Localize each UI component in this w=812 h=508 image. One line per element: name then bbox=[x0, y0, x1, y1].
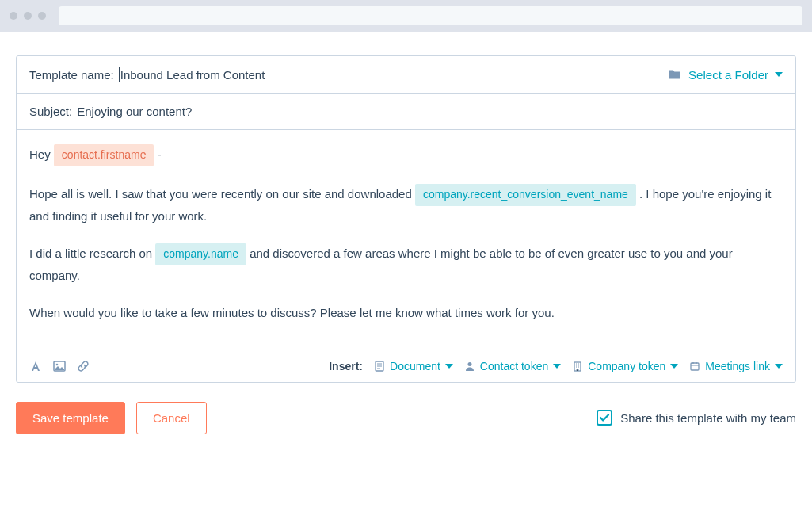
address-bar[interactable] bbox=[59, 6, 802, 25]
browser-chrome bbox=[0, 0, 812, 32]
text-fragment: - bbox=[158, 147, 162, 161]
window-dot-close bbox=[10, 12, 17, 20]
body-para-3: I did a little research on company.name … bbox=[29, 243, 783, 285]
insert-company-token-label: Company token bbox=[588, 360, 665, 372]
insert-contact-token-label: Contact token bbox=[480, 360, 548, 372]
subject-input[interactable] bbox=[77, 105, 783, 118]
token-contact-firstname[interactable]: contact.firstname bbox=[54, 144, 154, 166]
checkbox-checked-icon[interactable] bbox=[597, 410, 612, 426]
insert-company-token[interactable]: Company token bbox=[572, 360, 678, 372]
chevron-down-icon bbox=[553, 364, 561, 369]
chevron-down-icon bbox=[775, 72, 783, 77]
insert-document-label: Document bbox=[390, 360, 440, 372]
insert-meetings-link[interactable]: Meetings link bbox=[689, 360, 783, 372]
share-template-label: Share this template with my team bbox=[620, 411, 796, 425]
calendar-icon bbox=[689, 361, 700, 372]
person-icon bbox=[464, 361, 475, 372]
template-name-label: Template name: bbox=[29, 68, 114, 82]
window-dot-max bbox=[38, 12, 46, 20]
subject-row: Subject: bbox=[17, 94, 795, 130]
svg-point-3 bbox=[467, 362, 471, 366]
folder-selector[interactable]: Select a Folder bbox=[668, 68, 783, 82]
image-icon[interactable] bbox=[53, 360, 66, 372]
save-template-button[interactable]: Save template bbox=[16, 402, 125, 434]
body-para-4: When would you like to take a few minute… bbox=[29, 303, 783, 323]
cancel-button[interactable]: Cancel bbox=[136, 402, 207, 434]
window-dot-min bbox=[24, 12, 32, 20]
text-fragment: Hey bbox=[29, 147, 54, 161]
insert-contact-token[interactable]: Contact token bbox=[464, 360, 561, 372]
body-para-2: Hope all is well. I saw that you were re… bbox=[29, 184, 783, 226]
insert-document[interactable]: Document bbox=[374, 360, 453, 372]
folder-icon bbox=[668, 69, 682, 80]
svg-point-1 bbox=[56, 364, 59, 366]
email-body-editor[interactable]: Hey contact.firstname - Hope all is well… bbox=[17, 130, 795, 350]
footer: Save template Cancel Share this template… bbox=[16, 383, 796, 434]
share-template-toggle[interactable]: Share this template with my team bbox=[597, 410, 796, 426]
link-icon[interactable] bbox=[77, 360, 90, 372]
editor-toolbar: Insert: Document Contact token Co bbox=[17, 350, 795, 382]
folder-selector-label: Select a Folder bbox=[688, 68, 768, 82]
chevron-down-icon bbox=[445, 364, 453, 369]
template-name-input[interactable] bbox=[120, 68, 668, 82]
body-line-greeting: Hey contact.firstname - bbox=[29, 144, 783, 166]
text-fragment: I did a little research on bbox=[29, 246, 155, 260]
chevron-down-icon bbox=[670, 364, 678, 369]
building-icon bbox=[572, 361, 583, 372]
subject-label: Subject: bbox=[29, 105, 72, 118]
insert-label: Insert: bbox=[329, 360, 363, 372]
document-icon bbox=[374, 361, 385, 372]
token-recent-conversion[interactable]: company.recent_conversion_event_name bbox=[415, 184, 636, 206]
text-fragment: Hope all is well. I saw that you were re… bbox=[29, 187, 415, 201]
chevron-down-icon bbox=[775, 364, 783, 369]
token-company-name[interactable]: company.name bbox=[155, 243, 246, 265]
template-name-row: Template name: Select a Folder bbox=[17, 56, 795, 94]
insert-meetings-link-label: Meetings link bbox=[705, 360, 770, 372]
text-cursor bbox=[119, 67, 120, 82]
svg-rect-5 bbox=[691, 363, 699, 370]
template-editor-card: Template name: Select a Folder Subject: … bbox=[16, 55, 796, 383]
text-format-icon[interactable] bbox=[29, 360, 42, 372]
